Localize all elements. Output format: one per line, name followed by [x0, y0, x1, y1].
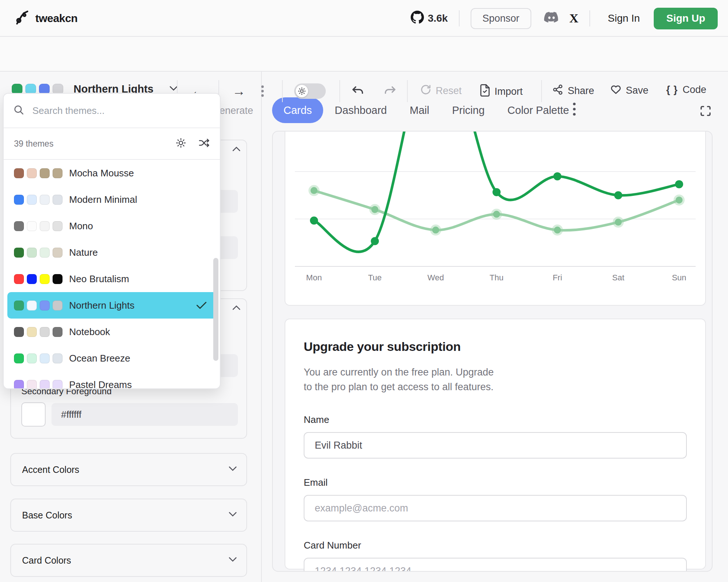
- email-label: Email: [304, 477, 687, 488]
- x-axis-tick: Thu: [480, 273, 513, 283]
- x-twitter-link[interactable]: X: [570, 11, 579, 25]
- theme-count: 39 themes: [14, 139, 176, 149]
- chevron-down-icon: [229, 466, 237, 473]
- theme-swatches: [14, 195, 63, 205]
- header-actions: 3.6k Sponsor X Sign In Sign Up: [411, 0, 718, 37]
- x-axis-tick: Fri: [541, 273, 574, 283]
- tab-pricing[interactable]: Pricing: [440, 104, 496, 116]
- theme-option[interactable]: Nature: [7, 239, 218, 266]
- dropdown-scrollbar-thumb[interactable]: [213, 258, 218, 361]
- light-mode-filter-icon[interactable]: [176, 138, 186, 150]
- heart-icon: [610, 84, 621, 97]
- card-number-field[interactable]: [304, 558, 687, 572]
- github-star-count: 3.6k: [428, 12, 448, 24]
- secondary-foreground-input[interactable]: [51, 403, 238, 426]
- check-icon: [196, 302, 207, 310]
- tab-dashboard[interactable]: Dashboard: [323, 104, 398, 116]
- x-axis-tick: Sun: [663, 273, 696, 283]
- card-number-label: Card Number: [304, 540, 687, 551]
- theme-option[interactable]: Modern Minimal: [7, 186, 218, 213]
- fullscreen-icon[interactable]: [700, 105, 711, 118]
- theme-option[interactable]: Mocha Mousse: [7, 160, 218, 186]
- theme-swatches: [14, 274, 63, 284]
- code-button[interactable]: { } Code: [666, 84, 706, 96]
- theme-option[interactable]: Pastel Dreams: [7, 371, 218, 389]
- discord-icon: [544, 12, 559, 25]
- sponsor-button[interactable]: Sponsor: [471, 8, 531, 29]
- redo-button[interactable]: [382, 84, 398, 98]
- light-dark-toggle[interactable]: [294, 83, 326, 99]
- brand[interactable]: tweakcn: [14, 10, 78, 26]
- toolbar-separator: [339, 80, 340, 102]
- header-divider: [459, 10, 460, 26]
- chevron-down-icon: [229, 512, 237, 518]
- tab-cards[interactable]: Cards: [272, 97, 323, 123]
- toolbar-separator: [282, 80, 283, 102]
- preview-viewport: MonTueWedThuFriSatSun Upgrade your subsc…: [272, 131, 713, 572]
- chevron-up-icon: [232, 146, 240, 153]
- subscription-description: You are currently on the free plan. Upgr…: [304, 365, 568, 394]
- theme-picker-dropdown: 39 themes Mocha Mousse Modern Minimal Mo…: [3, 93, 221, 389]
- theme-option-selected[interactable]: Northern Lights: [7, 292, 218, 319]
- theme-search-input[interactable]: [32, 105, 187, 116]
- toolbar-separator: [541, 80, 542, 102]
- preview-tabs: Cards Dashboard Mail Pricing Color Palet…: [272, 97, 581, 123]
- share-icon: [552, 84, 563, 98]
- email-field[interactable]: [304, 495, 687, 521]
- subscription-title: Upgrade your subscription: [304, 340, 687, 354]
- accent-colors-section[interactable]: Accent Colors: [10, 453, 247, 486]
- theme-swatches: [14, 380, 63, 389]
- card-colors-section[interactable]: Card Colors: [10, 544, 247, 577]
- theme-swatches: [14, 221, 63, 231]
- tweakcn-app: tweakcn 3.6k Sponsor X Sign In Sign Up: [0, 0, 728, 582]
- x-axis-tick: Mon: [297, 273, 331, 283]
- theme-swatches: [14, 168, 63, 178]
- x-axis-tick: Sat: [602, 273, 635, 283]
- theme-count-row: 39 themes: [4, 128, 220, 160]
- theme-option[interactable]: Ocean Breeze: [7, 345, 218, 371]
- tab-color-palette[interactable]: Color Palette: [496, 104, 581, 116]
- sign-in-link[interactable]: Sign In: [601, 12, 646, 24]
- preview-panel: Cards Dashboard Mail Pricing Color Palet…: [263, 72, 728, 582]
- drag-handle-icon[interactable]: [260, 85, 265, 98]
- x-axis-tick: Tue: [358, 273, 392, 283]
- tweakcn-logo-icon: [14, 10, 30, 27]
- discord-link[interactable]: [544, 12, 559, 25]
- top-header: tweakcn 3.6k Sponsor X Sign In Sign Up: [0, 0, 728, 37]
- github-stars-link[interactable]: 3.6k: [411, 11, 448, 26]
- reset-button[interactable]: Reset: [420, 84, 462, 98]
- theme-search-row: [4, 94, 220, 128]
- theme-swatches: [14, 248, 63, 258]
- chevron-down-icon: [229, 557, 237, 564]
- brand-name: tweakcn: [35, 12, 78, 25]
- name-field[interactable]: [304, 432, 687, 459]
- sun-icon: [296, 85, 308, 97]
- base-colors-section[interactable]: Base Colors: [10, 499, 247, 532]
- x-twitter-icon: X: [570, 11, 579, 25]
- import-file-icon: [480, 84, 490, 99]
- import-button[interactable]: Import: [480, 84, 523, 99]
- more-tabs-kebab-icon[interactable]: [572, 102, 576, 118]
- theme-option[interactable]: Mono: [7, 213, 218, 239]
- header-divider-2: [589, 10, 590, 26]
- undo-button[interactable]: [350, 84, 365, 98]
- tab-mail[interactable]: Mail: [398, 104, 440, 116]
- theme-swatches: [14, 301, 63, 310]
- toolbar-separator: [407, 80, 408, 102]
- editor-toolbar: Northern Lights ← →: [0, 37, 728, 72]
- forward-arrow-button[interactable]: →: [232, 83, 246, 99]
- secondary-foreground-swatch[interactable]: [21, 402, 46, 427]
- share-button[interactable]: Share: [552, 84, 594, 98]
- chevron-up-icon: [232, 305, 240, 312]
- search-icon: [13, 104, 24, 117]
- x-axis-tick: Wed: [419, 273, 452, 283]
- save-button[interactable]: Save: [610, 84, 649, 97]
- theme-option[interactable]: Neo Brutalism: [7, 266, 218, 292]
- shuffle-icon[interactable]: [199, 138, 210, 149]
- github-icon: [411, 11, 424, 26]
- name-label: Name: [304, 414, 687, 425]
- reset-icon: [420, 84, 431, 98]
- chevron-down-icon: [169, 86, 178, 93]
- theme-option[interactable]: Notebook: [7, 319, 218, 345]
- sign-up-button[interactable]: Sign Up: [654, 8, 718, 29]
